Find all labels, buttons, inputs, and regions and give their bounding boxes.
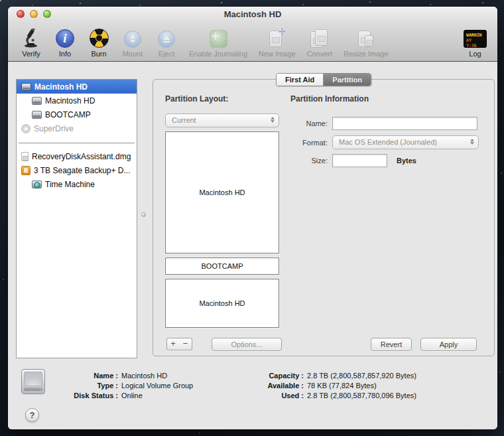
sidebar-item-recovery-dmg[interactable]: RecoveryDiskAssistant.dmg <box>17 149 137 163</box>
disk-info-left: Name : Macintosh HD Type : Logical Volum… <box>49 370 193 400</box>
disk-info-right: Capacity : 2.8 TB (2,800,587,857,920 Byt… <box>241 370 416 400</box>
resize-image-button: Resize Image <box>344 27 388 58</box>
sidebar-item-label: Macintosh HD <box>34 82 88 92</box>
sidebar-item-time-machine[interactable]: Time Machine <box>17 177 137 191</box>
window-content: Macintosh HD Macintosh HD BOOTCAMP Super… <box>8 62 497 429</box>
burn-button[interactable]: Burn <box>88 27 110 58</box>
splitter-handle[interactable] <box>141 212 146 217</box>
mount-icon <box>124 27 141 48</box>
info-label: Name : <box>49 372 118 380</box>
close-button[interactable] <box>17 10 25 18</box>
info-button[interactable]: i Info <box>54 27 76 58</box>
window-title: Macintosh HD <box>8 7 497 22</box>
new-image-icon <box>268 27 286 48</box>
window-chrome: Macintosh HD Verify <box>8 7 497 62</box>
info-label: Type : <box>49 382 118 390</box>
partition-block-label: Macintosh HD <box>199 188 245 196</box>
log-label: Log <box>469 50 481 58</box>
partition-block-macintosh-hd-2[interactable]: Macintosh HD <box>165 279 279 328</box>
info-value: Logical Volume Group <box>121 382 193 390</box>
optical-drive-icon <box>21 124 31 133</box>
format-popup: Mac OS Extended (Journaled) <box>332 135 479 149</box>
partition-layout-label: Partition Layout: <box>165 94 228 104</box>
info-label: Info <box>59 50 71 58</box>
sidebar-separator <box>19 143 135 143</box>
sidebar-item-label: Macintosh HD <box>45 96 95 106</box>
sidebar-item-bootcamp[interactable]: BOOTCAMP <box>17 108 137 121</box>
disk-image-icon <box>21 152 29 161</box>
info-icon: i <box>56 27 74 48</box>
info-label: Used : <box>241 392 304 400</box>
popup-arrows-icon <box>470 139 474 145</box>
journaling-icon <box>210 27 227 48</box>
hard-drive-icon <box>21 369 45 394</box>
sidebar-item-seagate[interactable]: 3 TB Seagate Backup+ D... <box>17 163 137 177</box>
partition-layout-popup: Current <box>165 113 279 127</box>
partition-information-title: Partition Information <box>290 94 369 104</box>
convert-label: Convert <box>307 50 333 58</box>
microscope-icon <box>23 27 39 48</box>
info-value: Macintosh HD <box>121 372 193 380</box>
external-drive-icon <box>21 166 31 175</box>
options-button[interactable]: Options... <box>212 338 282 351</box>
partition-block-bootcamp[interactable]: BOOTCAMP <box>165 257 279 275</box>
sidebar-item-label: 3 TB Seagate Backup+ D... <box>34 166 131 175</box>
size-label: Size: <box>290 157 328 165</box>
tab-first-aid[interactable]: First Aid <box>277 74 323 86</box>
info-value: 2.8 TB (2,800,587,857,920 Bytes) <box>307 372 416 380</box>
remove-partition-button[interactable]: − <box>179 338 192 350</box>
eject-label: Eject <box>158 50 174 58</box>
convert-button: Convert <box>307 27 333 58</box>
tab-partition[interactable]: Partition <box>323 74 371 86</box>
disk-utility-window: Macintosh HD Verify <box>8 7 497 429</box>
partition-block-macintosh-hd[interactable]: Macintosh HD <box>165 131 279 254</box>
size-field[interactable] <box>332 154 387 167</box>
revert-button[interactable]: Revert <box>371 338 412 351</box>
popup-arrows-icon <box>271 117 275 123</box>
sidebar-item-label: RecoveryDiskAssistant.dmg <box>32 152 131 161</box>
info-label: Available : <box>241 382 304 390</box>
time-machine-drive-icon <box>32 181 42 188</box>
help-button[interactable]: ? <box>25 408 39 422</box>
enable-journaling-button: Enable Journaling <box>189 27 247 58</box>
resize-image-icon <box>357 27 375 48</box>
log-icon: WARNIN AY 7:36 <box>464 27 487 48</box>
new-image-label: New Image <box>259 50 296 58</box>
partition-panel: First Aid Partition Partition Layout: Cu… <box>153 79 495 356</box>
internal-drive-icon <box>32 97 42 105</box>
eject-button: Eject <box>155 27 178 58</box>
partition-block-label: Macintosh HD <box>199 299 245 307</box>
sidebar-item-label: SuperDrive <box>34 124 74 133</box>
toolbar: Verify i Info Burn Mount <box>8 21 497 61</box>
minimize-button[interactable] <box>30 10 38 18</box>
sidebar-item-label: BOOTCAMP <box>45 110 91 119</box>
eject-icon <box>158 27 175 48</box>
sidebar-item-macintosh-hd-group[interactable]: Macintosh HD <box>17 80 137 94</box>
mount-label: Mount <box>123 50 143 58</box>
apply-button[interactable]: Apply <box>420 338 477 351</box>
mount-button: Mount <box>121 27 144 58</box>
resize-image-label: Resize Image <box>344 50 388 58</box>
name-label: Name: <box>290 119 328 127</box>
title-bar[interactable]: Macintosh HD <box>8 7 497 21</box>
size-unit-label: Bytes <box>397 157 416 165</box>
name-field[interactable] <box>332 117 477 130</box>
add-partition-button[interactable]: + <box>166 338 180 350</box>
sidebar-item-superdrive: SuperDrive <box>17 121 137 135</box>
verify-button[interactable]: Verify <box>20 27 42 58</box>
convert-icon <box>310 27 329 48</box>
info-value: 78 KB (77,824 Bytes) <box>307 382 416 390</box>
log-button[interactable]: WARNIN AY 7:36 Log <box>464 27 487 58</box>
enable-journaling-label: Enable Journaling <box>189 50 247 58</box>
sidebar-item-macintosh-hd-volume[interactable]: Macintosh HD <box>17 94 137 108</box>
info-label: Disk Status : <box>49 392 118 400</box>
format-label: Format: <box>290 139 328 147</box>
partition-block-label: BOOTCAMP <box>202 262 243 270</box>
zoom-button[interactable] <box>43 10 51 18</box>
verify-label: Verify <box>22 50 40 58</box>
internal-drive-icon <box>21 83 31 91</box>
pane-tabs: First Aid Partition <box>276 73 371 86</box>
desktop-background: Macintosh HD Verify <box>0 0 504 436</box>
info-value: 2.8 TB (2,800,587,780,096 Bytes) <box>307 392 416 400</box>
traffic-lights <box>17 10 51 18</box>
